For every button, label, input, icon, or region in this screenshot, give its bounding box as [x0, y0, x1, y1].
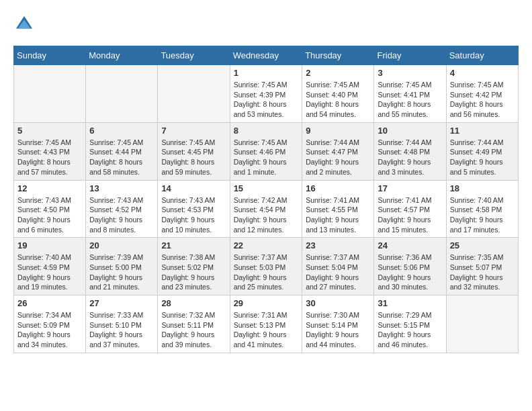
day-info: Sunrise: 7:45 AMSunset: 4:42 PMDaylight:…	[450, 80, 515, 120]
day-info: Sunrise: 7:45 AMSunset: 4:46 PMDaylight:…	[234, 138, 299, 177]
calendar-cell: 27Sunrise: 7:33 AMSunset: 5:10 PMDayligh…	[86, 295, 158, 353]
calendar-cell: 12Sunrise: 7:43 AMSunset: 4:50 PMDayligh…	[14, 180, 86, 238]
weekday-header-saturday: Saturday	[446, 46, 518, 65]
calendar-cell: 10Sunrise: 7:44 AMSunset: 4:48 PMDayligh…	[374, 122, 446, 180]
day-info: Sunrise: 7:32 AMSunset: 5:11 PMDaylight:…	[161, 310, 226, 350]
day-info: Sunrise: 7:44 AMSunset: 4:48 PMDaylight:…	[378, 138, 442, 177]
calendar-cell: 6Sunrise: 7:45 AMSunset: 4:44 PMDaylight…	[86, 122, 158, 180]
calendar-cell: 9Sunrise: 7:44 AMSunset: 4:47 PMDaylight…	[302, 122, 374, 180]
day-number: 24	[378, 240, 442, 250]
day-info: Sunrise: 7:45 AMSunset: 4:45 PMDaylight:…	[161, 138, 226, 177]
calendar-table: SundayMondayTuesdayWednesdayThursdayFrid…	[13, 46, 519, 353]
page-header	[13, 13, 519, 35]
logo	[13, 13, 38, 35]
calendar-cell: 14Sunrise: 7:43 AMSunset: 4:53 PMDayligh…	[158, 180, 230, 238]
calendar-cell: 17Sunrise: 7:41 AMSunset: 4:57 PMDayligh…	[374, 180, 446, 238]
calendar-week-row: 19Sunrise: 7:40 AMSunset: 4:59 PMDayligh…	[14, 238, 519, 295]
day-info: Sunrise: 7:29 AMSunset: 5:15 PMDaylight:…	[378, 310, 442, 350]
day-number: 7	[161, 126, 226, 136]
calendar-cell	[446, 295, 518, 353]
day-info: Sunrise: 7:40 AMSunset: 4:59 PMDaylight:…	[17, 253, 82, 292]
day-number: 16	[306, 183, 370, 193]
day-number: 19	[17, 240, 82, 250]
calendar-cell: 3Sunrise: 7:45 AMSunset: 4:41 PMDaylight…	[374, 65, 446, 123]
day-number: 5	[17, 126, 82, 136]
day-info: Sunrise: 7:30 AMSunset: 5:14 PMDaylight:…	[306, 310, 370, 350]
day-info: Sunrise: 7:34 AMSunset: 5:09 PMDaylight:…	[17, 310, 82, 350]
calendar-week-row: 12Sunrise: 7:43 AMSunset: 4:50 PMDayligh…	[14, 180, 519, 238]
day-info: Sunrise: 7:43 AMSunset: 4:52 PMDaylight:…	[89, 195, 154, 235]
day-info: Sunrise: 7:38 AMSunset: 5:02 PMDaylight:…	[161, 253, 226, 292]
weekday-header-friday: Friday	[374, 46, 446, 65]
calendar-cell: 1Sunrise: 7:45 AMSunset: 4:39 PMDaylight…	[230, 65, 302, 123]
day-number: 21	[161, 240, 226, 250]
weekday-header-sunday: Sunday	[14, 46, 86, 65]
day-number: 18	[450, 183, 515, 193]
day-number: 27	[89, 298, 154, 308]
day-info: Sunrise: 7:45 AMSunset: 4:43 PMDaylight:…	[17, 138, 82, 177]
day-number: 1	[234, 68, 299, 78]
day-number: 12	[17, 183, 82, 193]
calendar-cell: 22Sunrise: 7:37 AMSunset: 5:03 PMDayligh…	[230, 238, 302, 295]
day-number: 26	[17, 298, 82, 308]
calendar-week-row: 26Sunrise: 7:34 AMSunset: 5:09 PMDayligh…	[14, 295, 519, 353]
day-number: 10	[378, 126, 442, 136]
weekday-header-thursday: Thursday	[302, 46, 374, 65]
weekday-header-wednesday: Wednesday	[230, 46, 302, 65]
day-number: 4	[450, 68, 515, 78]
day-info: Sunrise: 7:39 AMSunset: 5:00 PMDaylight:…	[89, 253, 154, 292]
day-info: Sunrise: 7:40 AMSunset: 4:58 PMDaylight:…	[450, 195, 515, 235]
day-number: 13	[89, 183, 154, 193]
day-number: 25	[450, 240, 515, 250]
day-number: 31	[378, 298, 442, 308]
logo-icon	[13, 13, 35, 35]
day-info: Sunrise: 7:43 AMSunset: 4:50 PMDaylight:…	[17, 195, 82, 235]
calendar-cell: 29Sunrise: 7:31 AMSunset: 5:13 PMDayligh…	[230, 295, 302, 353]
calendar-cell: 2Sunrise: 7:45 AMSunset: 4:40 PMDaylight…	[302, 65, 374, 123]
weekday-header-tuesday: Tuesday	[158, 46, 230, 65]
calendar-cell: 19Sunrise: 7:40 AMSunset: 4:59 PMDayligh…	[14, 238, 86, 295]
calendar-week-row: 5Sunrise: 7:45 AMSunset: 4:43 PMDaylight…	[14, 122, 519, 180]
day-number: 15	[234, 183, 299, 193]
calendar-cell	[14, 65, 86, 123]
calendar-cell: 21Sunrise: 7:38 AMSunset: 5:02 PMDayligh…	[158, 238, 230, 295]
day-number: 3	[378, 68, 442, 78]
calendar-cell: 25Sunrise: 7:35 AMSunset: 5:07 PMDayligh…	[446, 238, 518, 295]
day-number: 30	[306, 298, 370, 308]
day-number: 8	[234, 126, 299, 136]
calendar-cell: 5Sunrise: 7:45 AMSunset: 4:43 PMDaylight…	[14, 122, 86, 180]
day-info: Sunrise: 7:44 AMSunset: 4:49 PMDaylight:…	[450, 138, 515, 177]
calendar-cell: 8Sunrise: 7:45 AMSunset: 4:46 PMDaylight…	[230, 122, 302, 180]
calendar-cell	[86, 65, 158, 123]
day-info: Sunrise: 7:41 AMSunset: 4:57 PMDaylight:…	[378, 195, 442, 235]
day-info: Sunrise: 7:41 AMSunset: 4:55 PMDaylight:…	[306, 195, 370, 235]
calendar-cell: 26Sunrise: 7:34 AMSunset: 5:09 PMDayligh…	[14, 295, 86, 353]
day-info: Sunrise: 7:45 AMSunset: 4:44 PMDaylight:…	[89, 138, 154, 177]
day-info: Sunrise: 7:45 AMSunset: 4:40 PMDaylight:…	[306, 80, 370, 120]
calendar-cell: 15Sunrise: 7:42 AMSunset: 4:54 PMDayligh…	[230, 180, 302, 238]
day-info: Sunrise: 7:44 AMSunset: 4:47 PMDaylight:…	[306, 138, 370, 177]
calendar-week-row: 1Sunrise: 7:45 AMSunset: 4:39 PMDaylight…	[14, 65, 519, 123]
calendar-cell: 13Sunrise: 7:43 AMSunset: 4:52 PMDayligh…	[86, 180, 158, 238]
weekday-header-row: SundayMondayTuesdayWednesdayThursdayFrid…	[14, 46, 519, 65]
day-info: Sunrise: 7:36 AMSunset: 5:06 PMDaylight:…	[378, 253, 442, 292]
day-info: Sunrise: 7:33 AMSunset: 5:10 PMDaylight:…	[89, 310, 154, 350]
day-number: 14	[161, 183, 226, 193]
calendar-cell	[158, 65, 230, 123]
calendar-cell: 24Sunrise: 7:36 AMSunset: 5:06 PMDayligh…	[374, 238, 446, 295]
day-info: Sunrise: 7:31 AMSunset: 5:13 PMDaylight:…	[234, 310, 299, 350]
calendar-cell: 30Sunrise: 7:30 AMSunset: 5:14 PMDayligh…	[302, 295, 374, 353]
day-info: Sunrise: 7:45 AMSunset: 4:39 PMDaylight:…	[234, 80, 299, 120]
weekday-header-monday: Monday	[86, 46, 158, 65]
calendar-cell: 11Sunrise: 7:44 AMSunset: 4:49 PMDayligh…	[446, 122, 518, 180]
calendar-cell: 20Sunrise: 7:39 AMSunset: 5:00 PMDayligh…	[86, 238, 158, 295]
calendar-cell: 18Sunrise: 7:40 AMSunset: 4:58 PMDayligh…	[446, 180, 518, 238]
day-number: 20	[89, 240, 154, 250]
day-number: 17	[378, 183, 442, 193]
day-info: Sunrise: 7:43 AMSunset: 4:53 PMDaylight:…	[161, 195, 226, 235]
calendar-cell: 31Sunrise: 7:29 AMSunset: 5:15 PMDayligh…	[374, 295, 446, 353]
day-number: 6	[89, 126, 154, 136]
calendar-cell: 23Sunrise: 7:37 AMSunset: 5:04 PMDayligh…	[302, 238, 374, 295]
day-info: Sunrise: 7:37 AMSunset: 5:03 PMDaylight:…	[234, 253, 299, 292]
day-info: Sunrise: 7:37 AMSunset: 5:04 PMDaylight:…	[306, 253, 370, 292]
